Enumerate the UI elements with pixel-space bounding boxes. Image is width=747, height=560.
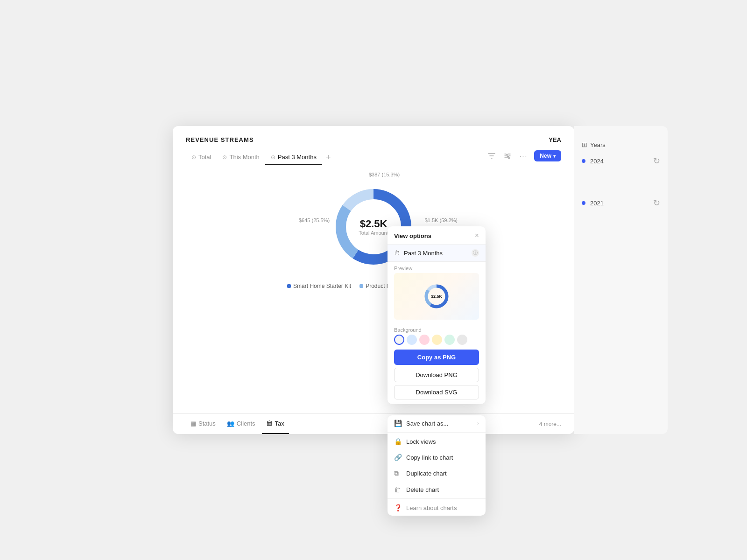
tab-past-3-months-label: Past 3 Months bbox=[278, 154, 317, 161]
bottom-tab-clients[interactable]: 👥 Clients bbox=[222, 414, 260, 434]
tab-total-icon: ⊙ bbox=[191, 154, 196, 161]
swatch-1[interactable] bbox=[407, 335, 417, 345]
modal-title: View options bbox=[394, 232, 431, 239]
filter-icon-button[interactable] bbox=[486, 151, 497, 161]
app-header: REVENUE STREAMS YEA bbox=[173, 126, 574, 143]
years-label: Years bbox=[590, 141, 606, 148]
save-chart-icon: 💾 bbox=[394, 420, 402, 427]
years-tab[interactable]: ⊞ Years bbox=[574, 136, 668, 148]
modal-close-button[interactable]: × bbox=[475, 232, 479, 239]
modal-actions: Copy as PNG Download PNG Download SVG bbox=[388, 350, 486, 404]
year-label-2021: 2021 bbox=[590, 200, 604, 207]
dropdown-delete-chart[interactable]: 🗑 Delete chart bbox=[388, 482, 486, 497]
years-grid-icon: ⊞ bbox=[582, 141, 587, 148]
duplicate-chart-icon: ⧉ bbox=[394, 469, 402, 477]
legend-label-0: Smart Home Starter Kit bbox=[293, 283, 351, 289]
swatch-0[interactable] bbox=[394, 335, 404, 345]
new-button-chevron: ▾ bbox=[553, 154, 556, 159]
copy-link-icon: 🔗 bbox=[394, 454, 402, 461]
lock-views-label: Lock views bbox=[406, 438, 436, 445]
delete-chart-label: Delete chart bbox=[406, 486, 439, 493]
more-icon-button[interactable]: ··· bbox=[518, 151, 530, 161]
copy-link-label: Copy link to chart bbox=[406, 454, 453, 461]
lock-views-icon: 🔒 bbox=[394, 438, 402, 445]
chart-area: $387 (15.3%) $645 (25.5%) $1.5K (59.2%) … bbox=[173, 165, 574, 297]
background-label: Background bbox=[388, 324, 486, 335]
tab-past-3-months[interactable]: ⊙ Past 3 Months bbox=[265, 150, 322, 165]
clients-tab-label: Clients bbox=[237, 420, 255, 427]
tab-total[interactable]: ⊙ Total bbox=[186, 150, 217, 165]
dropdown-lock-views[interactable]: 🔒 Lock views bbox=[388, 434, 486, 449]
new-button-label: New bbox=[540, 153, 551, 159]
period-text: Past 3 Months bbox=[404, 250, 468, 257]
donut-chart-container: $387 (15.3%) $645 (25.5%) $1.5K (59.2%) … bbox=[186, 180, 561, 289]
legend-item-0: Smart Home Starter Kit bbox=[287, 283, 351, 289]
swatch-3[interactable] bbox=[432, 335, 442, 345]
bottom-tab-tax[interactable]: 🏛 Tax bbox=[262, 414, 289, 434]
swatch-4[interactable] bbox=[444, 335, 455, 345]
year-row-2021: 2021 ↻ bbox=[582, 198, 660, 208]
right-panel: ⊞ Years 2024 ↻ 2021 ↻ bbox=[574, 126, 668, 434]
annotation-left: $645 (25.5%) bbox=[299, 217, 330, 223]
dropdown-menu: 💾 Save chart as... › 🔒 Lock views 🔗 Copy… bbox=[388, 415, 486, 516]
modal-header: View options × bbox=[388, 226, 486, 245]
tax-tab-label: Tax bbox=[275, 420, 284, 427]
annotation-top: $387 (15.3%) bbox=[369, 172, 400, 177]
period-clock-icon: ⏱ bbox=[394, 250, 400, 257]
period-info-icon: ⓘ bbox=[472, 249, 479, 257]
header-right-label: YEA bbox=[549, 136, 561, 143]
annotation-right: $1.5K (59.2%) bbox=[425, 217, 458, 223]
status-tab-icon: ▦ bbox=[190, 420, 196, 427]
dropdown-copy-link[interactable]: 🔗 Copy link to chart bbox=[388, 449, 486, 465]
preview-label: Preview bbox=[388, 262, 486, 273]
download-svg-button[interactable]: Download SVG bbox=[394, 385, 479, 399]
legend-dot-0 bbox=[287, 284, 291, 288]
tab-total-label: Total bbox=[198, 154, 211, 161]
bottom-tab-status[interactable]: ▦ Status bbox=[186, 414, 220, 434]
background-swatches bbox=[388, 335, 486, 350]
year-label-2024: 2024 bbox=[590, 158, 604, 165]
clients-tab-icon: 👥 bbox=[227, 420, 234, 427]
year-row-2024: 2024 ↻ bbox=[582, 156, 660, 166]
year-dot-2021 bbox=[582, 201, 585, 205]
period-row[interactable]: ⏱ Past 3 Months ⓘ bbox=[388, 245, 486, 262]
right-panel-header bbox=[574, 126, 668, 136]
save-chart-label: Save chart as... bbox=[406, 420, 448, 427]
year-rows: 2024 ↻ 2021 ↻ bbox=[574, 148, 668, 216]
preview-box: $2.5K bbox=[394, 273, 479, 320]
swatch-5[interactable] bbox=[457, 335, 467, 345]
tax-tab-icon: 🏛 bbox=[267, 420, 273, 427]
swatch-2[interactable] bbox=[419, 335, 430, 345]
tab-this-month-icon: ⊙ bbox=[222, 154, 227, 161]
delete-chart-icon: 🗑 bbox=[394, 486, 402, 493]
save-chart-arrow: › bbox=[477, 420, 479, 427]
copy-png-button[interactable]: Copy as PNG bbox=[394, 350, 479, 365]
donut-amount: $2.5K bbox=[359, 218, 388, 230]
donut-label: Total Amount bbox=[359, 230, 388, 236]
dropdown-duplicate-chart[interactable]: ⧉ Duplicate chart bbox=[388, 465, 486, 482]
donut-center-text: $2.5K Total Amount bbox=[359, 218, 388, 236]
tab-this-month-label: This Month bbox=[229, 154, 259, 161]
app-window: REVENUE STREAMS YEA ⊙ Total ⊙ This Month… bbox=[173, 126, 574, 434]
help-icon: ❓ bbox=[394, 504, 402, 511]
duplicate-chart-label: Duplicate chart bbox=[406, 470, 447, 477]
tab-this-month[interactable]: ⊙ This Month bbox=[217, 150, 265, 165]
tab-past-3-months-icon: ⊙ bbox=[271, 154, 275, 161]
bottom-tabs: ▦ Status 👥 Clients 🏛 Tax 4 more... bbox=[173, 413, 574, 434]
learn-charts-label: Learn about charts bbox=[406, 504, 457, 511]
year-refresh-2021-button[interactable]: ↻ bbox=[653, 198, 660, 208]
year-dot-2024 bbox=[582, 159, 585, 163]
legend-dot-1 bbox=[359, 284, 363, 288]
new-button[interactable]: New ▾ bbox=[534, 150, 561, 161]
more-link[interactable]: 4 more... bbox=[539, 421, 561, 427]
tabs-actions: ··· New ▾ bbox=[486, 150, 561, 164]
preview-amount: $2.5K bbox=[431, 294, 442, 299]
dropdown-learn-charts[interactable]: ❓ Learn about charts bbox=[388, 500, 486, 516]
settings-icon-button[interactable] bbox=[502, 151, 513, 161]
status-tab-label: Status bbox=[198, 420, 216, 427]
download-png-button[interactable]: Download PNG bbox=[394, 368, 479, 382]
tabs-bar: ⊙ Total ⊙ This Month ⊙ Past 3 Months + ·… bbox=[173, 150, 574, 165]
add-tab-button[interactable]: + bbox=[322, 153, 335, 162]
dropdown-save-chart[interactable]: 💾 Save chart as... › bbox=[388, 415, 486, 431]
year-refresh-2024-button[interactable]: ↻ bbox=[653, 156, 660, 166]
